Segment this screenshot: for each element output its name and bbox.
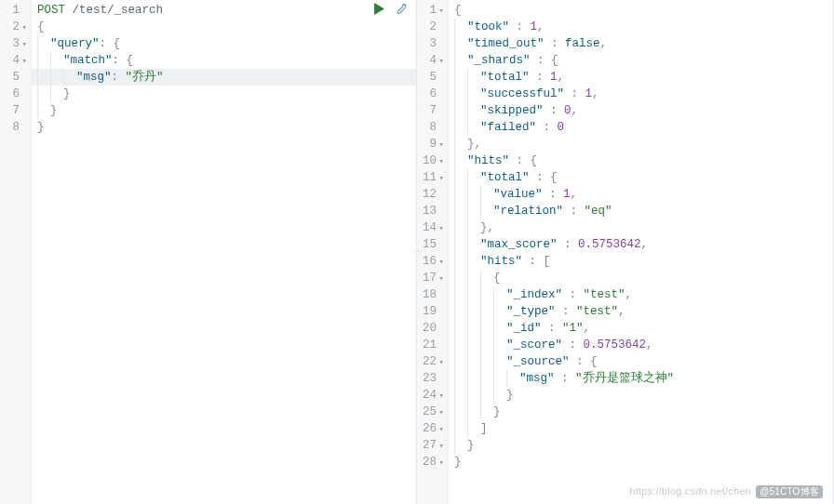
code-line[interactable]: }, xyxy=(449,136,833,153)
fold-icon[interactable]: ▾ xyxy=(438,438,444,455)
line-number: 2 xyxy=(417,19,448,35)
code-line[interactable]: "total" : { xyxy=(449,169,833,186)
watermark-badge: @51CTO博客 xyxy=(756,485,823,498)
fold-icon[interactable]: ▾ xyxy=(438,354,444,371)
watermark-url: https://blog.csdn.net/chen xyxy=(629,485,751,497)
code-line[interactable]: "_type" : "test", xyxy=(449,303,833,320)
code-line[interactable]: { xyxy=(449,2,833,19)
line-number: 26▾ xyxy=(417,420,448,437)
fold-icon[interactable]: ▾ xyxy=(438,271,444,287)
code-line[interactable]: "relation" : "eq" xyxy=(449,203,833,219)
code-line[interactable]: } xyxy=(449,437,833,454)
line-number: 3 xyxy=(417,35,448,52)
line-number: 5 xyxy=(0,69,31,86)
code-line[interactable]: "skipped" : 0, xyxy=(449,102,833,119)
fold-icon[interactable]: ▾ xyxy=(438,170,444,187)
line-number: 6 xyxy=(417,86,448,102)
fold-icon[interactable]: ▾ xyxy=(438,455,444,471)
line-number: 14▾ xyxy=(417,219,448,236)
line-number: 6 xyxy=(0,86,31,102)
request-gutter: 1 2▾3▾4▾5 6 7 8 xyxy=(0,0,32,504)
line-number: 2▾ xyxy=(0,19,31,35)
wrench-icon[interactable] xyxy=(395,2,409,16)
line-number: 7 xyxy=(0,102,31,119)
code-line[interactable]: { xyxy=(449,270,833,286)
line-number: 22▾ xyxy=(417,353,448,370)
split-handle[interactable]: ⋮ xyxy=(412,246,422,258)
line-number: 5 xyxy=(417,69,448,86)
line-number: 9▾ xyxy=(417,136,448,153)
code-line[interactable]: "_score" : 0.5753642, xyxy=(449,337,833,353)
code-line[interactable]: "query": { xyxy=(32,35,416,52)
code-line[interactable]: } xyxy=(32,119,416,136)
line-number: 20 xyxy=(417,320,448,337)
code-line[interactable]: POST /test/_search xyxy=(32,2,416,19)
line-number: 8 xyxy=(417,119,448,136)
fold-icon[interactable]: ▾ xyxy=(438,405,444,421)
run-icon[interactable] xyxy=(373,3,385,15)
line-number: 27▾ xyxy=(417,437,448,454)
code-line[interactable]: } xyxy=(449,404,833,420)
fold-icon[interactable]: ▾ xyxy=(438,53,444,70)
line-number: 13 xyxy=(417,203,448,219)
code-line[interactable]: } xyxy=(449,454,833,471)
fold-icon[interactable]: ▾ xyxy=(438,421,444,438)
code-line[interactable]: "msg" : "乔丹是篮球之神" xyxy=(449,370,833,387)
code-line[interactable]: { xyxy=(32,19,416,35)
line-number: 4▾ xyxy=(0,52,31,69)
line-number: 4▾ xyxy=(417,52,448,69)
fold-icon[interactable]: ▾ xyxy=(438,3,444,20)
code-line[interactable]: "total" : 1, xyxy=(449,69,833,86)
line-number: 10▾ xyxy=(417,153,448,169)
fold-icon[interactable]: ▾ xyxy=(21,36,27,53)
code-line[interactable]: "hits" : { xyxy=(449,153,833,169)
line-number: 1 xyxy=(0,2,31,19)
fold-icon[interactable]: ▾ xyxy=(21,53,27,70)
code-line[interactable]: "successful" : 1, xyxy=(449,86,833,102)
line-number: 12 xyxy=(417,186,448,203)
fold-icon[interactable]: ▾ xyxy=(438,254,444,271)
fold-icon[interactable]: ▾ xyxy=(438,388,444,405)
fold-icon[interactable]: ▾ xyxy=(438,220,444,237)
split-editor: 1 2▾3▾4▾5 6 7 8 POST /test/_search{"quer… xyxy=(0,0,834,504)
line-number: 23 xyxy=(417,370,448,387)
code-line[interactable]: "_id" : "1", xyxy=(449,320,833,337)
request-editor[interactable]: POST /test/_search{"query": {"match": {"… xyxy=(32,0,416,504)
code-line[interactable]: "took" : 1, xyxy=(449,19,833,35)
line-number: 18 xyxy=(417,286,448,303)
code-line[interactable]: "msg": "乔丹" xyxy=(32,69,416,86)
watermark: https://blog.csdn.net/chen @51CTO博客 xyxy=(629,485,823,498)
line-number: 3▾ xyxy=(0,35,31,52)
line-number: 17▾ xyxy=(417,270,448,286)
line-number: 28▾ xyxy=(417,454,448,471)
fold-icon[interactable]: ▾ xyxy=(438,137,444,153)
code-line[interactable]: } xyxy=(32,102,416,119)
request-toolbar xyxy=(373,2,409,16)
line-number: 1▾ xyxy=(417,2,448,19)
fold-icon[interactable]: ▾ xyxy=(438,153,444,170)
fold-icon[interactable]: ▾ xyxy=(21,20,27,36)
code-line[interactable]: } xyxy=(32,86,416,102)
code-line[interactable]: "timed_out" : false, xyxy=(449,35,833,52)
code-line[interactable]: ] xyxy=(449,420,833,437)
response-pane: 1▾2 3 4▾5 6 7 8 9▾10▾11▾12 13 14▾15 16▾1… xyxy=(417,0,834,504)
line-number: 21 xyxy=(417,337,448,353)
code-line[interactable]: "_source" : { xyxy=(449,353,833,370)
request-pane: 1 2▾3▾4▾5 6 7 8 POST /test/_search{"quer… xyxy=(0,0,417,504)
response-viewer[interactable]: {"took" : 1,"timed_out" : false,"_shards… xyxy=(449,0,833,504)
code-line[interactable]: "match": { xyxy=(32,52,416,69)
code-line[interactable]: "max_score" : 0.5753642, xyxy=(449,236,833,253)
line-number: 19 xyxy=(417,303,448,320)
code-line[interactable]: "value" : 1, xyxy=(449,186,833,203)
line-number: 11▾ xyxy=(417,169,448,186)
code-line[interactable]: "_shards" : { xyxy=(449,52,833,69)
code-line[interactable]: }, xyxy=(449,219,833,236)
code-line[interactable]: "_index" : "test", xyxy=(449,286,833,303)
code-line[interactable]: } xyxy=(449,387,833,404)
line-number: 24▾ xyxy=(417,387,448,404)
code-line[interactable]: "hits" : [ xyxy=(449,253,833,270)
line-number: 8 xyxy=(0,119,31,136)
code-line[interactable]: "failed" : 0 xyxy=(449,119,833,136)
line-number: 25▾ xyxy=(417,404,448,420)
line-number: 7 xyxy=(417,102,448,119)
